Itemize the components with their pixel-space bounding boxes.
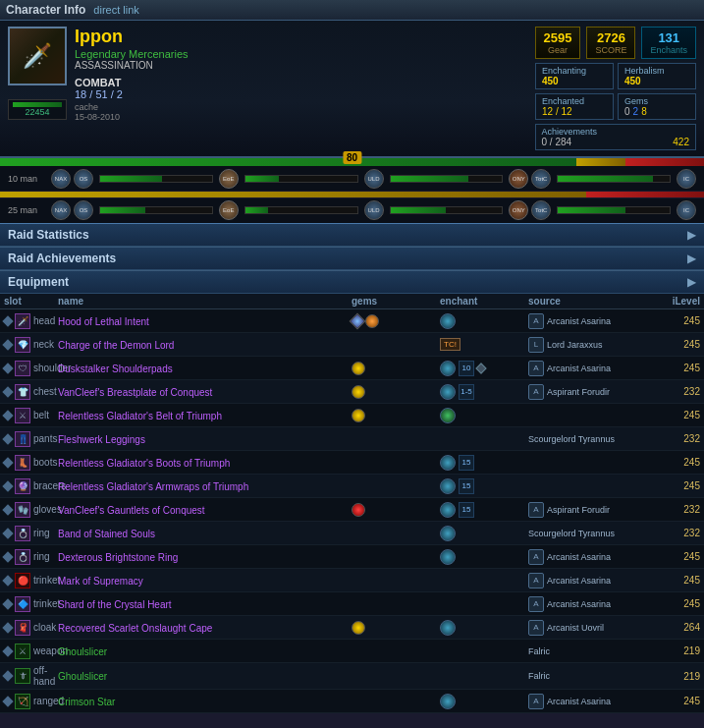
item-name-boots[interactable]: Relentless Gladiator's Boots of Triumph bbox=[58, 457, 352, 469]
table-row: 🔷 trinket Shard of the Crystal Heart A A… bbox=[0, 592, 704, 616]
raid-10-ony: ONY bbox=[509, 169, 528, 189]
raid-25-uld: ULD bbox=[364, 200, 384, 220]
source-chest: A Aspirant Forudir bbox=[528, 384, 656, 400]
col-item: name bbox=[58, 296, 352, 307]
source-shoulder: A Arcanist Asarina bbox=[528, 361, 656, 376]
equipment-table: 🗡️ head Hood of Lethal Intent A Arcanist… bbox=[0, 309, 704, 713]
source-trinket2: A Arcanist Asarina bbox=[528, 596, 656, 612]
item-name-shoulder[interactable]: Duskstalker Shoulderpads bbox=[58, 363, 352, 374]
enchants-value: 131 bbox=[658, 30, 679, 45]
enchant-boots: 15 bbox=[440, 455, 528, 471]
ilevel-chest: 232 bbox=[656, 386, 700, 397]
raid-10man-label: 10 man bbox=[8, 174, 45, 184]
source-gloves: A Aspirant Forudir bbox=[528, 502, 656, 518]
raid-10-totc: TotC bbox=[531, 169, 551, 189]
table-row: 🗡 off-hand Ghoulslicer Falric 219 bbox=[0, 663, 704, 690]
item-name-pants[interactable]: Fleshwerk Leggings bbox=[58, 433, 352, 445]
item-name-ring1[interactable]: Band of Stained Souls bbox=[58, 528, 352, 539]
equipment-arrow: ▶ bbox=[687, 275, 696, 289]
table-row: ⚔ weapon Ghoulslicer Falric 219 bbox=[0, 640, 704, 663]
raid-10-nax: NAX bbox=[51, 169, 71, 189]
table-row: 🔴 trinket Mark of Supremacy A Arcanist A… bbox=[0, 569, 704, 592]
enchant-head bbox=[440, 313, 528, 329]
enchant-chest: 1-5 bbox=[440, 384, 528, 400]
raid-25-eoe: EoE bbox=[219, 200, 239, 220]
achievement-points: 422 bbox=[673, 137, 689, 147]
item-name-neck[interactable]: Charge of the Demon Lord bbox=[58, 339, 352, 351]
ilevel-bracers: 245 bbox=[656, 480, 700, 491]
ilevel-ring1: 232 bbox=[656, 528, 700, 538]
raid-stats-header[interactable]: Raid Statistics ▶ bbox=[0, 223, 704, 247]
raid-stats-arrow: ▶ bbox=[687, 228, 696, 242]
ilevel-weapon: 219 bbox=[656, 645, 700, 656]
source-ranged: A Arcanist Asarina bbox=[528, 694, 656, 709]
ilevel-neck: 245 bbox=[656, 339, 700, 350]
enchants-label: Enchants bbox=[650, 45, 687, 55]
equipment-header[interactable]: Equipment ▶ bbox=[0, 270, 704, 294]
item-name-head[interactable]: Hood of Lethal Intent bbox=[58, 315, 352, 327]
table-row: 💍 ring Dexterous Brightstone Ring A Arca… bbox=[0, 545, 704, 569]
herbalism-value: 450 bbox=[624, 76, 689, 86]
character-level: 80 bbox=[343, 151, 361, 164]
gems-belt bbox=[352, 409, 440, 422]
col-source: source bbox=[528, 296, 656, 307]
table-row: 🛡 shoulder Duskstalker Shoulderpads 10 A… bbox=[0, 357, 704, 380]
enchant-neck: TC! bbox=[440, 338, 528, 351]
enchanting-value: 450 bbox=[542, 76, 607, 86]
item-name-ranged[interactable]: Crimson Star bbox=[58, 696, 352, 707]
raid-25-ic: IC bbox=[677, 200, 696, 220]
item-name-weapon[interactable]: Ghoulslicer bbox=[58, 645, 352, 657]
gems-gloves bbox=[352, 503, 440, 517]
enchant-gloves: 15 bbox=[440, 502, 528, 518]
item-name-gloves[interactable]: VanCleef's Gauntlets of Conquest bbox=[58, 504, 352, 516]
enchant-belt bbox=[440, 408, 528, 423]
table-row: 👢 boots Relentless Gladiator's Boots of … bbox=[0, 451, 704, 475]
source-trinket1: A Arcanist Asarina bbox=[528, 573, 656, 588]
raid-25-totc: TotC bbox=[531, 200, 551, 220]
enchant-ranged bbox=[440, 694, 528, 709]
equipment-title: Equipment bbox=[8, 275, 69, 289]
item-name-trinket2[interactable]: Shard of the Crystal Heart bbox=[58, 598, 352, 610]
ilevel-boots: 245 bbox=[656, 457, 700, 468]
source-neck: L Lord Jaraxxus bbox=[528, 337, 656, 353]
character-info-panel: 🗡️ 80 22454 Ippon Legendary Mercenaries … bbox=[0, 21, 704, 158]
enchanted-value: 12 / 12 bbox=[542, 106, 607, 117]
gems-shoulder bbox=[352, 362, 440, 375]
window-title: Character Info bbox=[6, 3, 85, 17]
table-row: 💍 ring Band of Stained Souls Scourgelord… bbox=[0, 522, 704, 545]
enchant-bracers: 15 bbox=[440, 478, 528, 494]
ilevel-trinket2: 245 bbox=[656, 598, 700, 609]
character-name: Ippon bbox=[75, 27, 527, 48]
ilevel-cloak: 264 bbox=[656, 622, 700, 633]
col-enchant: enchant bbox=[440, 296, 528, 307]
raid-25-os: OS bbox=[74, 200, 93, 220]
character-class: ASSASSINATION bbox=[75, 60, 527, 71]
ilevel-trinket1: 245 bbox=[656, 575, 700, 586]
raid-10-os: OS bbox=[74, 169, 93, 189]
raid-25man-label: 25 man bbox=[8, 205, 45, 215]
table-row: 🔮 bracers Relentless Gladiator's Armwrap… bbox=[0, 475, 704, 498]
gems-cloak bbox=[352, 621, 440, 635]
direct-link[interactable]: direct link bbox=[93, 4, 138, 16]
item-name-trinket1[interactable]: Mark of Supremacy bbox=[58, 575, 352, 587]
hp-value: 22454 bbox=[13, 107, 62, 117]
ilevel-belt: 245 bbox=[656, 410, 700, 420]
source-cloak: A Arcanist Uovril bbox=[528, 620, 656, 636]
ilevel-head: 245 bbox=[656, 315, 700, 326]
gear-score-value: 2595 bbox=[544, 30, 572, 45]
item-name-ring2[interactable]: Dexterous Brightstone Ring bbox=[58, 551, 352, 563]
source-pants: Scourgelord Tyrannus bbox=[528, 434, 656, 444]
item-name-offhand[interactable]: Ghoulslicer bbox=[58, 670, 352, 682]
item-name-chest[interactable]: VanCleef's Breastplate of Conquest bbox=[58, 386, 352, 398]
table-row: 👖 pants Fleshwerk Leggings Scourgelord T… bbox=[0, 427, 704, 451]
character-details: Ippon Legendary Mercenaries ASSASSINATIO… bbox=[75, 27, 527, 122]
raid-achievements-header[interactable]: Raid Achievements ▶ bbox=[0, 247, 704, 270]
enchant-ring2 bbox=[440, 549, 528, 565]
item-name-bracers[interactable]: Relentless Gladiator's Armwraps of Trium… bbox=[58, 480, 352, 492]
ilevel-shoulder: 245 bbox=[656, 363, 700, 373]
ilevel-ranged: 245 bbox=[656, 696, 700, 706]
enchant-ring1 bbox=[440, 526, 528, 541]
item-name-belt[interactable]: Relentless Gladiator's Belt of Triumph bbox=[58, 410, 352, 421]
ilevel-ring2: 245 bbox=[656, 551, 700, 562]
item-name-cloak[interactable]: Recovered Scarlet Onslaught Cape bbox=[58, 622, 352, 634]
